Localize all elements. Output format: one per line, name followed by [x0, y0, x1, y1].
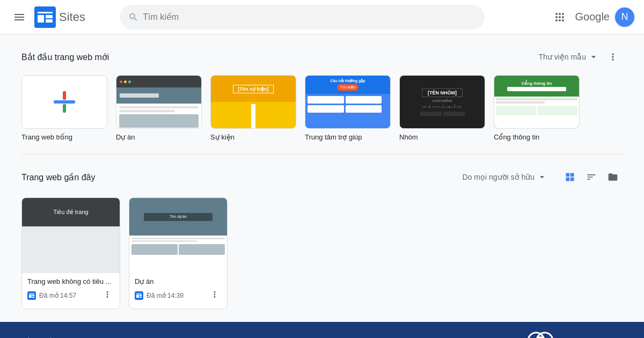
main-content: Bắt đầu trang web mới Thư viện mẫu — [0, 34, 644, 322]
svg-rect-9 — [29, 293, 34, 295]
svg-rect-7 — [63, 104, 66, 113]
app-name: Sites — [59, 10, 85, 24]
recent-title: Trang web gần đây — [21, 172, 95, 182]
template-group-label: Nhóm — [399, 133, 418, 141]
sort-icon — [586, 172, 597, 182]
expand-icon — [588, 52, 599, 62]
google-text: Google — [575, 11, 610, 23]
svg-rect-5 — [54, 100, 75, 104]
google-plus-icon — [48, 86, 80, 118]
search-icon — [128, 12, 138, 23]
more-vertical-icon — [608, 52, 618, 62]
site-time-1: Đã mở 14:57 — [39, 292, 76, 299]
library-button[interactable]: Thư viện mẫu — [539, 52, 599, 62]
google-apps-button[interactable] — [549, 6, 570, 28]
site-info-1: Trang web không có tiêu ... — [22, 273, 120, 308]
footer-brand: MIC CREATIVE — [527, 332, 623, 338]
owner-dropdown[interactable]: Do mọi người sở hữu — [458, 168, 552, 186]
hamburger-icon — [13, 11, 26, 24]
footer: miccreative.vn MIC CREATIVE — [0, 322, 644, 338]
svg-rect-13 — [136, 293, 142, 295]
footer-brand-text: MIC CREATIVE — [559, 336, 623, 339]
template-blank[interactable]: Trang web trống — [21, 75, 107, 141]
app-logo[interactable]: Sites — [34, 6, 85, 28]
owner-label: Do mọi người sở hữu — [463, 173, 535, 181]
template-portal[interactable]: Cổng thông tin — [494, 75, 580, 141]
header-actions: Google N — [549, 6, 635, 28]
sites-logo-icon — [34, 6, 56, 28]
site-icon-2 — [135, 291, 143, 300]
svg-rect-11 — [32, 295, 34, 296]
grid-view-button[interactable] — [560, 167, 580, 187]
template-support[interactable]: Câu hỏi thường gặp Tìm kiếm Trung tâm tr… — [305, 75, 391, 141]
template-event-label: Sự kiện — [210, 133, 235, 141]
grid-view-icon — [565, 172, 575, 182]
svg-rect-12 — [32, 297, 34, 298]
sites-small-icon-2 — [136, 292, 142, 299]
google-apps-icon — [553, 11, 566, 24]
svg-rect-6 — [63, 91, 66, 100]
recent-grid: Tiêu đề trang Trang web không có tiêu ..… — [21, 197, 623, 309]
site-name-2: Dự án — [135, 277, 222, 285]
site-name-1: Trang web không có tiêu ... — [27, 277, 114, 285]
site-preview-2: Tên dự án — [129, 198, 227, 273]
chevron-down-icon — [537, 172, 547, 182]
svg-rect-14 — [136, 295, 139, 298]
svg-rect-10 — [29, 295, 32, 298]
site-preview-1: Tiêu đề trang — [22, 198, 120, 273]
template-section: Bắt đầu trang web mới Thư viện mẫu — [21, 47, 623, 141]
svg-rect-2 — [38, 15, 44, 23]
template-portal-label: Cổng thông tin — [494, 133, 539, 141]
svg-rect-16 — [140, 297, 142, 298]
recent-section: Trang web gần đây Do mọi người sở hữu — [21, 167, 623, 309]
folder-icon — [608, 172, 618, 182]
site-card-2[interactable]: Tên dự án Dự — [129, 197, 228, 309]
avatar-letter: N — [621, 11, 628, 23]
menu-button[interactable] — [9, 6, 30, 28]
site-card-1[interactable]: Tiêu đề trang Trang web không có tiêu ..… — [21, 197, 120, 309]
template-event[interactable]: [Tên sự kiện] Sự kiện — [210, 75, 296, 141]
mic-creative-logo-icon — [527, 332, 554, 338]
site-icon-1 — [27, 291, 36, 300]
search-input[interactable] — [143, 12, 476, 22]
more-vertical-icon-1 — [103, 290, 112, 299]
library-label: Thư viện mẫu — [539, 53, 586, 61]
more-options-button[interactable] — [603, 47, 623, 67]
more-button-1[interactable] — [100, 288, 114, 303]
svg-rect-15 — [140, 295, 142, 296]
template-grid: Trang web trống — [21, 75, 623, 141]
section-divider — [21, 154, 623, 155]
site-info-2: Dự án Đã mở 14:39 — [129, 273, 227, 308]
more-button-2[interactable] — [208, 288, 222, 303]
list-view-button[interactable] — [582, 167, 601, 187]
more-vertical-icon-2 — [210, 290, 219, 299]
svg-rect-1 — [38, 12, 53, 13]
site-time-2: Đã mở 14:39 — [147, 292, 184, 299]
sites-small-icon — [28, 292, 35, 299]
template-project[interactable]: Dự án — [116, 75, 202, 141]
svg-rect-3 — [46, 15, 53, 18]
folder-view-button[interactable] — [603, 167, 623, 187]
avatar[interactable]: N — [614, 6, 635, 28]
svg-rect-4 — [46, 19, 53, 23]
template-group[interactable]: [TÊN NHÓM] CHÀO MỪNG Mô tả nhóm của bạn … — [399, 75, 485, 141]
search-bar[interactable] — [120, 5, 485, 30]
template-support-label: Trung tâm trợ giúp — [305, 133, 362, 141]
header: Sites Google N — [0, 0, 644, 34]
template-section-title: Bắt đầu trang web mới — [21, 52, 109, 62]
template-blank-label: Trang web trống — [21, 133, 72, 141]
template-project-label: Dự án — [116, 133, 135, 141]
